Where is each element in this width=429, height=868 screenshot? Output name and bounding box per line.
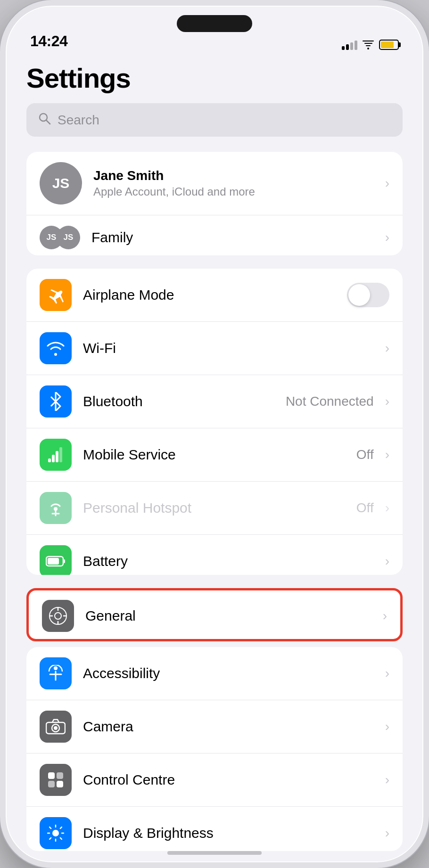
chevron-icon: › <box>378 826 389 841</box>
display-icon-box <box>40 817 72 849</box>
svg-line-1 <box>47 121 50 124</box>
setting-row-battery[interactable]: Battery › <box>26 535 403 575</box>
svg-point-0 <box>40 114 47 121</box>
setting-row-hotspot: Personal Hotspot Off › <box>26 482 403 535</box>
airplane-label: Airplane Mode <box>83 287 347 303</box>
svg-rect-2 <box>48 459 51 462</box>
battery-icon <box>379 40 399 50</box>
svg-rect-5 <box>59 447 62 462</box>
svg-point-26 <box>52 830 59 836</box>
profile-subtitle: Apple Account, iCloud and more <box>93 185 255 198</box>
svg-point-21 <box>54 726 58 730</box>
chevron-icon: › <box>378 176 389 191</box>
toggle-knob <box>348 284 370 306</box>
airplane-toggle[interactable] <box>347 283 389 307</box>
accessibility-icon-box <box>40 657 72 689</box>
search-bar[interactable]: Search <box>26 103 403 137</box>
bluetooth-value: Not Connected <box>286 394 374 409</box>
svg-line-33 <box>60 827 62 828</box>
control-centre-icon-box <box>40 764 72 796</box>
battery-fill <box>381 41 394 48</box>
status-time: 14:24 <box>30 33 67 50</box>
status-icons <box>342 40 399 50</box>
hotspot-value: Off <box>356 500 374 516</box>
svg-rect-24 <box>48 781 55 787</box>
profile-name: Jane Smith <box>93 168 255 183</box>
svg-rect-22 <box>48 772 55 779</box>
svg-point-11 <box>55 613 61 619</box>
setting-row-display[interactable]: Display & Brightness › <box>26 807 403 851</box>
wifi-icon-box <box>40 332 72 364</box>
search-icon <box>38 112 51 128</box>
status-bar: 14:24 <box>6 6 423 57</box>
battery-label: Battery <box>83 553 378 569</box>
chevron-icon: › <box>375 608 387 623</box>
svg-rect-23 <box>57 772 63 779</box>
svg-rect-25 <box>57 781 63 787</box>
camera-label: Camera <box>83 719 378 735</box>
chevron-icon: › <box>378 772 389 787</box>
connectivity-card: Airplane Mode Wi-Fi › <box>26 269 403 575</box>
family-row[interactable]: JS JS Family › <box>26 215 403 255</box>
avatar: JS <box>40 162 82 205</box>
svg-point-16 <box>54 666 58 670</box>
wifi-status-icon <box>362 40 374 49</box>
hotspot-label: Personal Hotspot <box>83 500 356 516</box>
profile-row[interactable]: JS Jane Smith Apple Account, iCloud and … <box>26 152 403 215</box>
mobile-icon-box <box>40 439 72 471</box>
dynamic-island <box>177 15 252 32</box>
chevron-icon: › <box>378 341 389 356</box>
setting-row-mobile[interactable]: Mobile Service Off › <box>26 428 403 482</box>
screen-content: Settings Search JS Jane Smith Apple Acco… <box>6 57 423 851</box>
setting-row-airplane[interactable]: Airplane Mode <box>26 269 403 322</box>
wifi-label: Wi-Fi <box>83 340 378 356</box>
hotspot-icon-box <box>40 492 72 524</box>
general-highlighted-row[interactable]: General › <box>26 588 403 642</box>
family-avatars: JS JS <box>40 226 80 249</box>
airplane-icon-box <box>40 279 72 311</box>
svg-rect-9 <box>63 559 65 563</box>
family-label: Family <box>91 229 378 246</box>
setting-row-general[interactable]: General › <box>29 590 400 641</box>
setting-row-control-centre[interactable]: Control Centre › <box>26 753 403 807</box>
chevron-icon: › <box>378 500 389 516</box>
svg-rect-8 <box>48 558 59 565</box>
svg-line-31 <box>50 827 51 828</box>
svg-line-32 <box>60 838 62 839</box>
chevron-icon: › <box>378 719 389 734</box>
general-icon-box <box>42 600 74 632</box>
accessibility-label: Accessibility <box>83 665 378 681</box>
home-indicator <box>167 851 262 855</box>
display-label: Display & Brightness <box>83 825 378 841</box>
page-title: Settings <box>6 57 423 103</box>
bluetooth-icon-box <box>40 385 72 418</box>
signal-icon <box>342 40 357 50</box>
mobile-label: Mobile Service <box>83 447 356 463</box>
setting-row-accessibility[interactable]: Accessibility › <box>26 647 403 700</box>
family-avatar-2: JS <box>57 226 80 249</box>
control-centre-label: Control Centre <box>83 772 378 788</box>
battery-icon-box <box>40 545 72 575</box>
chevron-icon: › <box>378 666 389 681</box>
camera-icon-box <box>40 711 72 743</box>
bluetooth-label: Bluetooth <box>83 393 286 409</box>
setting-row-bluetooth[interactable]: Bluetooth Not Connected › <box>26 375 403 428</box>
svg-rect-3 <box>52 455 55 462</box>
chevron-icon: › <box>378 447 389 462</box>
svg-line-34 <box>50 838 51 839</box>
mobile-value: Off <box>356 447 374 462</box>
chevron-icon: › <box>378 554 389 569</box>
account-card: JS Jane Smith Apple Account, iCloud and … <box>26 152 403 255</box>
settings-card: Accessibility › Camera › <box>26 647 403 851</box>
chevron-icon: › <box>378 394 389 409</box>
general-label: General <box>85 608 375 624</box>
chevron-icon: › <box>378 230 389 245</box>
search-placeholder: Search <box>58 113 99 128</box>
profile-info: Jane Smith Apple Account, iCloud and mor… <box>93 168 255 198</box>
setting-row-wifi[interactable]: Wi-Fi › <box>26 322 403 375</box>
setting-row-camera[interactable]: Camera › <box>26 700 403 753</box>
svg-rect-4 <box>56 451 58 462</box>
phone-frame: 14:24 Settings <box>0 0 429 868</box>
